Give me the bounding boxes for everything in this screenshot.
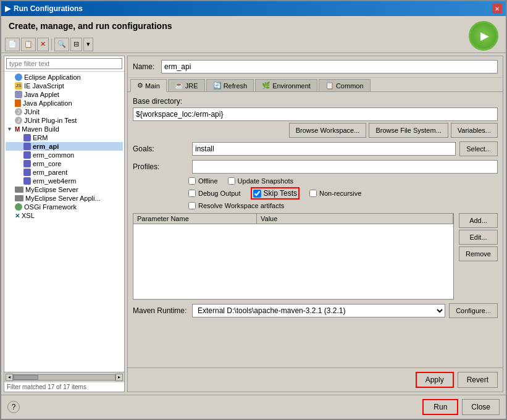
tree-item-erm-parent[interactable]: erm_parent — [6, 168, 123, 177]
profiles-row: Profiles: — [133, 160, 498, 174]
myeclipse-server-icon — [15, 187, 23, 193]
help-button[interactable]: ? — [7, 401, 20, 413]
toolbar-dropdown[interactable]: ▾ — [83, 38, 93, 51]
eclipse-icon — [15, 74, 22, 81]
profiles-input[interactable] — [192, 160, 498, 174]
tree-item-erm[interactable]: ERM — [6, 133, 123, 142]
base-directory-input[interactable] — [133, 107, 498, 121]
delete-config-button[interactable]: ✕ — [37, 38, 49, 51]
scrollbar-track[interactable] — [13, 374, 115, 380]
params-body — [133, 224, 453, 299]
revert-button[interactable]: Revert — [458, 372, 498, 388]
add-param-button[interactable]: Add... — [459, 213, 498, 228]
tree-item-osgi[interactable]: OSGi Framework — [6, 203, 123, 211]
skip-tests-checkbox[interactable] — [253, 190, 261, 198]
profiles-label: Profiles: — [133, 162, 188, 171]
tree-item-java-applet[interactable]: Java Applet — [6, 90, 123, 99]
scroll-right-button[interactable]: ▸ — [115, 374, 123, 381]
filter-button[interactable]: 🔍 — [54, 38, 69, 51]
variables-button[interactable]: Variables... — [451, 123, 498, 138]
update-snapshots-checkbox-item: Update Snapshots — [228, 177, 294, 185]
non-recursive-label: Non-recursive — [319, 190, 361, 197]
tree-item-myeclipse-server[interactable]: MyEclipse Server — [6, 185, 123, 194]
js-icon: JS — [15, 82, 22, 90]
skip-tests-label: Skip Tests — [264, 189, 297, 198]
right-panel: Name: ⚙ Main ☕ JRE 🔄 Refresh 🌿 — [127, 56, 503, 392]
offline-label: Offline — [198, 177, 218, 185]
collapse-button[interactable]: ⊟ — [70, 38, 82, 51]
runtime-select[interactable]: External D:\tools\apache-maven-3.2.1 (3.… — [192, 304, 445, 317]
apply-button[interactable]: Apply — [416, 372, 454, 388]
remove-param-button[interactable]: Remove — [459, 246, 498, 261]
tree-item-erm-common[interactable]: erm_common — [6, 151, 123, 159]
tree-view: Eclipse Application JS IE JavaScript Jav… — [4, 72, 124, 372]
main-content: Eclipse Application JS IE JavaScript Jav… — [1, 53, 506, 395]
run-play-button[interactable] — [469, 21, 498, 51]
tree-item-eclipse-application[interactable]: Eclipse Application — [6, 73, 123, 82]
tab-main[interactable]: ⚙ Main — [130, 79, 167, 92]
browse-workspace-button[interactable]: Browse Workspace... — [289, 123, 367, 138]
select-button[interactable]: Select... — [459, 141, 498, 156]
browse-file-system-button[interactable]: Browse File System... — [369, 123, 448, 138]
offline-checkbox-item: Offline — [188, 177, 218, 185]
duplicate-config-button[interactable]: 📋 — [21, 38, 36, 51]
erm-parent-icon — [23, 169, 31, 176]
erm-core-icon — [23, 160, 31, 167]
non-recursive-checkbox[interactable] — [309, 190, 317, 197]
filter-box — [4, 56, 124, 72]
checkboxes-section: Offline Update Snapshots Debug Output — [133, 177, 498, 209]
tree-item-ie-javascript[interactable]: JS IE JavaScript — [6, 82, 123, 90]
offline-checkbox[interactable] — [188, 177, 196, 185]
update-snapshots-label: Update Snapshots — [238, 177, 294, 185]
common-tab-icon: 📋 — [325, 82, 334, 90]
run-button[interactable]: Run — [422, 399, 458, 415]
tree-item-erm-web4erm[interactable]: erm_web4erm — [6, 177, 123, 185]
resolve-workspace-label: Resolve Workspace artifacts — [198, 202, 284, 209]
name-input[interactable] — [161, 60, 498, 74]
non-recursive-checkbox-item: Non-recursive — [309, 190, 361, 197]
new-icon: 📄 — [8, 40, 17, 48]
tree-item-erm-core[interactable]: erm_core — [6, 159, 123, 168]
tree-item-myeclipse-server-appli[interactable]: MyEclipse Server Appli... — [6, 194, 123, 203]
configure-button[interactable]: Configure... — [449, 303, 498, 318]
goals-label: Goals: — [133, 145, 188, 153]
tree-item-maven-build[interactable]: ▼ M Maven Build — [6, 125, 123, 133]
runtime-row: Maven Runtime: External D:\tools\apache-… — [133, 303, 498, 318]
tree-item-junit-plugin[interactable]: J JUnit Plug-in Test — [6, 116, 123, 125]
erm-icon — [23, 134, 31, 141]
goals-row: Goals: Select... — [133, 141, 498, 156]
tree-item-junit[interactable]: J JUnit — [6, 107, 123, 116]
maven-icon: M — [15, 126, 20, 133]
horizontal-scrollbar[interactable]: ◂ ▸ — [4, 372, 124, 382]
tab-refresh[interactable]: 🔄 Refresh — [206, 79, 254, 91]
goals-input[interactable] — [192, 142, 456, 156]
erm-web4erm-icon — [23, 177, 31, 185]
close-button[interactable]: Close — [462, 399, 500, 415]
duplicate-icon: 📋 — [24, 40, 33, 48]
scrollbar-thumb[interactable] — [14, 375, 38, 380]
left-panel: Eclipse Application JS IE JavaScript Jav… — [4, 56, 125, 392]
title-bar: ▶ Run Configurations ✕ — [1, 1, 506, 16]
window-title: Run Configurations — [14, 4, 83, 13]
resolve-workspace-checkbox[interactable] — [188, 202, 196, 209]
window-icon: ▶ — [5, 4, 10, 13]
tab-jre[interactable]: ☕ JRE — [168, 79, 205, 91]
base-directory-label: Base directory: — [133, 97, 498, 106]
name-row: Name: — [128, 56, 503, 78]
params-header: Parameter Name Value — [133, 214, 453, 224]
tab-environment[interactable]: 🌿 Environment — [255, 79, 317, 91]
tree-item-java-application[interactable]: Java Application — [6, 99, 123, 107]
edit-param-button[interactable]: Edit... — [459, 230, 498, 245]
tree-item-xsl[interactable]: ✕ XSL — [6, 211, 123, 220]
junit-plugin-icon: J — [15, 117, 22, 124]
skip-tests-highlight: Skip Tests — [251, 187, 300, 200]
new-config-button[interactable]: 📄 — [5, 38, 20, 51]
tree-item-erm-api[interactable]: erm_api — [6, 142, 123, 151]
update-snapshots-checkbox[interactable] — [228, 177, 235, 185]
debug-output-checkbox[interactable] — [188, 190, 196, 197]
tab-common[interactable]: 📋 Common — [319, 79, 371, 91]
scroll-left-button[interactable]: ◂ — [6, 374, 13, 381]
params-table: Parameter Name Value — [133, 213, 454, 300]
window-close-button[interactable]: ✕ — [492, 4, 502, 14]
filter-input[interactable] — [6, 58, 122, 69]
